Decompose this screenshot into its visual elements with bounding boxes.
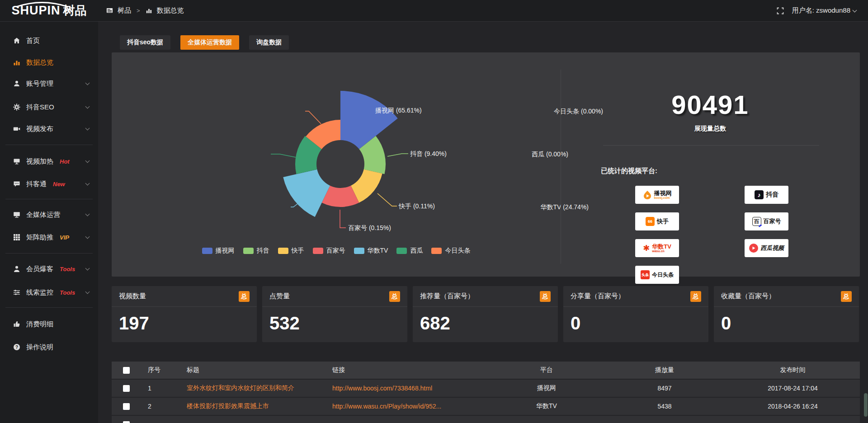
app-logo[interactable]: SHUPIN 树品 — [0, 0, 98, 22]
row-no: 2 — [141, 403, 179, 410]
sidebar-item-label: 操作说明 — [26, 343, 53, 352]
sidebar-item-douketong[interactable]: 抖客通 New — [0, 176, 98, 192]
fullscreen-icon[interactable] — [777, 7, 784, 14]
breadcrumb-separator: > — [137, 7, 140, 14]
tab-inquiry-data[interactable]: 询盘数据 — [249, 35, 289, 50]
pie-label-washutv: 华数TV (24.74%) — [540, 203, 589, 212]
legend-item-douyin[interactable]: 抖音 — [243, 247, 269, 255]
sidebar-item-matrix-boost[interactable]: 矩阵助推 VIP — [0, 229, 98, 245]
logo-arc-icon — [13, 1, 71, 7]
sidebar-item-omnimedia[interactable]: 全媒体运营 — [0, 207, 98, 223]
tab-douyin-seo-data[interactable]: 抖音seo数据 — [120, 35, 170, 50]
row-checkbox[interactable] — [123, 403, 130, 410]
breadcrumb-chart-icon — [146, 7, 152, 14]
breadcrumb-home[interactable]: 树品 — [118, 6, 131, 15]
sidebar-item-video-heat[interactable]: 视频加热 Hot — [0, 153, 98, 169]
boshiwang-logo-icon — [643, 190, 652, 199]
legend-item-toutiao[interactable]: 今日头条 — [431, 247, 470, 255]
legend-item-washutv[interactable]: 华数TV — [354, 247, 388, 255]
baijiahao-logo-icon: 百 — [752, 217, 761, 226]
topbar-right: 用户名: zswodun88 — [777, 6, 868, 15]
col-header-views: 播放量 — [604, 366, 726, 374]
question-circle-icon: ? — [13, 343, 20, 351]
legend-item-xigua[interactable]: 西瓜 — [396, 247, 423, 255]
tab-omnimedia-data[interactable]: 全媒体运营数据 — [180, 35, 239, 50]
total-badge[interactable]: 总 — [690, 291, 701, 302]
sidebar-divider — [5, 253, 93, 254]
platform-badge-baijiahao: 百 百家号 — [745, 212, 788, 230]
video-url-link[interactable]: http://www.wasu.cn/Play/show/id/952... — [332, 403, 441, 410]
legend-chip — [431, 248, 442, 254]
rose-pie-chart — [112, 52, 561, 277]
platform-badge-xigua: 西瓜视频 — [745, 239, 788, 257]
chevron-down-icon — [85, 212, 90, 216]
stat-title: 推荐量（百家号） — [420, 292, 474, 301]
total-badge[interactable]: 总 — [389, 291, 400, 302]
platform-badge-kuaishou: 66 快手 — [635, 212, 679, 230]
sidebar-item-label: 会员爆客 — [26, 265, 53, 273]
table-row-partial — [112, 416, 860, 423]
chevron-down-icon — [85, 266, 90, 271]
sidebar-item-member-baoke[interactable]: 会员爆客 Tools — [0, 261, 98, 277]
legend-item-baijiahao[interactable]: 百家号 — [313, 247, 345, 255]
sidebar-item-label: 消费明细 — [26, 320, 53, 329]
chevron-down-icon — [85, 181, 90, 186]
stat-title: 分享量（百家号） — [571, 292, 625, 301]
stat-title: 视频数量 — [119, 292, 146, 301]
sidebar-item-label: 视频发布 — [26, 125, 53, 133]
sidebar-item-label: 账号管理 — [26, 80, 53, 88]
chevron-down-icon — [85, 104, 90, 109]
legend-item-boshiwang[interactable]: 播视网 — [202, 247, 235, 255]
chevron-down-icon — [85, 159, 90, 163]
video-title-link[interactable]: 楼体投影灯投影效果震撼上市 — [187, 402, 269, 409]
video-url-link[interactable]: http://www.boosj.com/7338468.html — [332, 385, 432, 392]
pie-hole — [316, 140, 364, 188]
gear-icon — [13, 103, 20, 111]
pie-label-kuaishou: 快手 (0.11%) — [399, 202, 435, 211]
sidebar-item-account[interactable]: 账号管理 — [0, 75, 98, 92]
sidebar-item-video-publish[interactable]: 视频发布 — [0, 121, 98, 137]
leader-line-xigua — [271, 154, 296, 157]
breadcrumb: 树品 > 数据总览 — [106, 6, 184, 15]
svg-text:?: ? — [15, 345, 18, 350]
sidebar-item-instructions[interactable]: ? 操作说明 — [0, 339, 98, 355]
col-header-title: 标题 — [179, 366, 329, 374]
stat-value: 197 — [112, 307, 257, 334]
display-icon — [13, 158, 20, 165]
user-icon — [13, 80, 20, 87]
monitor-icon — [13, 211, 20, 218]
legend-chip — [278, 248, 288, 254]
thumbs-up-icon — [13, 320, 20, 328]
sidebar-item-home[interactable]: 首页 — [0, 33, 98, 49]
row-checkbox[interactable] — [123, 385, 130, 392]
platform-badge-toutiao: 头条 今日头条 — [635, 266, 679, 284]
stat-title: 点赞量 — [269, 292, 290, 301]
sidebar-item-douyin-seo[interactable]: 抖音SEO — [0, 99, 98, 115]
total-badge[interactable]: 总 — [841, 291, 852, 302]
hot-tag: Hot — [60, 158, 70, 165]
user-menu[interactable]: 用户名: zswodun88 — [792, 6, 856, 15]
sidebar-item-consumption[interactable]: 消费明细 — [0, 316, 98, 332]
sidebar-item-clue-monitor[interactable]: 线索监控 Tools — [0, 284, 98, 301]
chevron-down-icon — [85, 81, 90, 85]
sidebar-divider — [5, 145, 93, 145]
sidebar-item-label: 抖客通 — [26, 180, 47, 188]
page-scrollbar[interactable] — [864, 393, 868, 417]
select-all-checkbox[interactable] — [123, 367, 130, 374]
sidebar-item-data-overview[interactable]: 数据总览 — [0, 54, 98, 70]
stat-card-video-count: 视频数量总 197 — [112, 286, 257, 342]
legend-item-kuaishou[interactable]: 快手 — [278, 247, 304, 255]
video-title-link[interactable]: 室外水纹灯和室内水纹灯的区别和简介 — [187, 384, 294, 391]
stat-card-favorites: 收藏量（百家号）总 0 — [714, 286, 859, 342]
chart-legend: 播视网 抖音 快手 百家号 华数TV 西瓜 今日头条 — [112, 247, 561, 255]
row-checkbox[interactable] — [123, 421, 130, 423]
sidebar-item-label: 全媒体运营 — [26, 211, 60, 219]
total-badge[interactable]: 总 — [540, 291, 551, 302]
total-badge[interactable]: 总 — [239, 291, 250, 302]
kuaishou-logo-icon: 66 — [646, 217, 655, 226]
row-date: 2018-04-26 16:24 — [726, 403, 860, 410]
stat-value: 682 — [413, 307, 558, 334]
legend-chip — [396, 248, 407, 254]
douyin-logo-icon: ♪ — [755, 190, 764, 199]
chevron-down-icon — [853, 8, 857, 12]
